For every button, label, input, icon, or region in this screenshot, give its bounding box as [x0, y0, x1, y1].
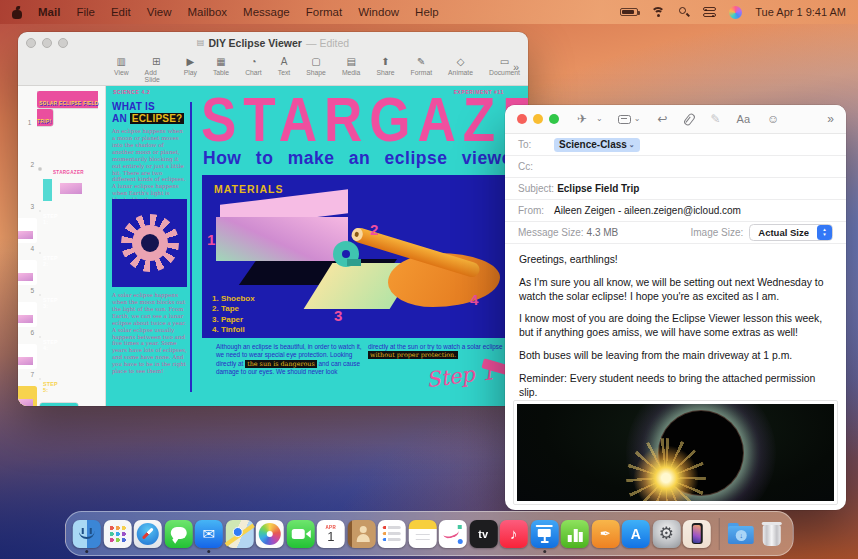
close-button[interactable] — [517, 114, 527, 124]
menu-view[interactable]: View — [147, 6, 172, 18]
menu-app-name[interactable]: Mail — [38, 6, 60, 18]
emoji-icon[interactable]: ☺ — [767, 113, 779, 125]
undo-icon[interactable]: ↩ — [657, 113, 667, 125]
dock-item-appletv[interactable]: tv — [469, 520, 497, 548]
slide-thumbnail-2-selected[interactable]: 2 STARGAZER — [18, 131, 105, 173]
menu-clock[interactable]: Tue Apr 1 9:41 AM — [755, 6, 846, 18]
recipient-token[interactable]: Science-Class⌄ — [554, 138, 640, 152]
menu-file[interactable]: File — [76, 6, 95, 18]
header-fields-icon[interactable] — [618, 115, 631, 124]
menu-message[interactable]: Message — [243, 6, 290, 18]
dock-item-settings[interactable]: ⚙ — [652, 520, 680, 548]
media-icon: ▤ — [346, 56, 355, 68]
dock-item-freeform[interactable] — [439, 520, 467, 548]
toolbar-format-button[interactable]: ✎Format — [403, 53, 441, 76]
slide-thumbnail-1[interactable]: 1 SOLAR ECLIPSE FIELD TRIP! — [18, 89, 105, 131]
slide-paragraph-1: An eclipse happens when a moon or planet… — [112, 128, 187, 204]
caution-text-right: directly at the sun or try to watch a so… — [368, 343, 523, 360]
toolbar-animate-button[interactable]: ◇Animate — [440, 53, 481, 76]
dock-item-maps[interactable] — [225, 520, 253, 548]
toolbar-media-button[interactable]: ▤Media — [334, 53, 369, 76]
apple-menu-icon[interactable] — [12, 6, 22, 19]
to-field[interactable]: To: Science-Class⌄ — [505, 134, 846, 156]
format-button[interactable]: Aa — [737, 114, 750, 125]
subject-field[interactable]: Subject: Eclipse Field Trip — [505, 178, 846, 200]
dock-item-facetime[interactable] — [286, 520, 314, 548]
menu-help[interactable]: Help — [415, 6, 439, 18]
shape-icon: ▢ — [311, 56, 320, 68]
toolbar-add-slide-button[interactable]: ⊞Add Slide — [137, 53, 176, 83]
body-paragraph: I know most of you are doing the Eclipse… — [519, 312, 832, 340]
dock-item-music[interactable]: ♪ — [500, 520, 528, 548]
toolbar-table-button[interactable]: ▦Table — [205, 53, 237, 76]
control-center-icon[interactable] — [703, 7, 716, 17]
cc-field[interactable]: Cc: — [505, 156, 846, 178]
image-size-select[interactable]: Actual Size ▲▼ — [749, 224, 833, 241]
send-icon[interactable]: ✈ — [577, 113, 587, 125]
markup-icon[interactable]: ✎ — [711, 113, 721, 125]
dock-item-finder[interactable] — [73, 520, 101, 548]
attach-icon[interactable] — [682, 112, 696, 127]
menu-edit[interactable]: Edit — [111, 6, 131, 18]
dock-item-pages[interactable]: ✒ — [591, 520, 619, 548]
slide-navigator: 1 SOLAR ECLIPSE FIELD TRIP! 2 STARGAZER … — [18, 86, 106, 406]
dock-item-numbers[interactable] — [561, 520, 589, 548]
size-row: Message Size: 4.3 MB Image Size: Actual … — [505, 222, 846, 244]
caution-text-left: Although an eclipse is beautiful, in ord… — [216, 343, 366, 376]
dock-item-photos[interactable] — [256, 520, 284, 548]
dock-item-mail[interactable]: ✉ — [195, 520, 223, 548]
menu-window[interactable]: Window — [358, 6, 399, 18]
dock-item-reminders[interactable] — [378, 520, 406, 548]
document-icon: ▭ — [500, 56, 509, 68]
toolbar-document-button[interactable]: ▭Document — [481, 53, 528, 76]
dock-item-calendar[interactable]: APR1 — [317, 520, 345, 548]
slide-divider — [190, 102, 192, 392]
toolbar-overflow-icon[interactable]: » — [827, 113, 834, 125]
menu-mailbox[interactable]: Mailbox — [187, 6, 227, 18]
toolbar-play-button[interactable]: ▶Play — [176, 53, 205, 76]
slide-canvas[interactable]: SCIENCE 4.2 EXPERIMENT #11 WHAT IS AN EC… — [106, 86, 528, 406]
dock-item-keynote[interactable] — [530, 520, 558, 548]
eclipse-photo-attachment[interactable] — [513, 400, 838, 505]
wifi-icon[interactable] — [651, 7, 665, 17]
dock: ✉ APR1 tv ♪ ✒ A ⚙ ↓ — [65, 511, 794, 556]
dock-item-safari[interactable] — [134, 520, 162, 548]
slide-thumbnail-3[interactable]: 3 STEP 1: — [18, 173, 105, 215]
toolbar-shape-button[interactable]: ▢Shape — [298, 53, 334, 76]
dock-item-contacts[interactable] — [347, 520, 375, 548]
dock-item-launchpad[interactable] — [103, 520, 131, 548]
battery-icon[interactable] — [620, 8, 638, 16]
keynote-window: ▤ DIY Eclipse Viewer — Edited ▥View ⊞Add… — [18, 32, 528, 406]
dock-item-appstore[interactable]: A — [622, 520, 650, 548]
search-icon[interactable] — [678, 6, 690, 18]
from-field[interactable]: From: Aileen Zeigen - aileen.zeigen@iclo… — [505, 200, 846, 222]
toolbar-chart-button[interactable]: ◔Chart — [237, 53, 270, 76]
pen-icon: ✒ — [600, 526, 611, 541]
toolbar-share-button[interactable]: ⬆Share — [368, 53, 402, 76]
edited-label: — Edited — [306, 37, 349, 49]
menu-format[interactable]: Format — [306, 6, 342, 18]
dock-item-trash[interactable] — [757, 520, 785, 548]
slide-paragraph-2: A solar eclipse happens when the moon bl… — [112, 292, 187, 375]
slide-heading: WHAT IS AN ECLIPSE? — [112, 101, 184, 124]
document-proxy-icon: ▤ — [197, 38, 205, 47]
window-title: ▤ DIY Eclipse Viewer — Edited — [18, 32, 528, 53]
dock-item-messages[interactable] — [164, 520, 192, 548]
running-indicator — [543, 550, 546, 553]
header-fields-chevron-icon[interactable]: ⌄ — [634, 115, 641, 123]
dock-item-downloads[interactable]: ↓ — [727, 520, 755, 548]
animate-icon: ◇ — [457, 56, 465, 68]
dock-item-iphone-mirroring[interactable] — [683, 520, 711, 548]
play-icon: ▶ — [186, 56, 194, 68]
dock-item-notes[interactable] — [408, 520, 436, 548]
shoebox-illustration — [216, 217, 348, 261]
send-options-chevron-icon[interactable]: ⌄ — [596, 115, 603, 123]
view-icon: ▥ — [117, 56, 126, 68]
slide-course-label: SCIENCE 4.2 — [113, 89, 150, 95]
zoom-button[interactable] — [549, 114, 559, 124]
toolbar-overflow-icon[interactable]: » — [513, 61, 519, 73]
siri-icon[interactable] — [729, 6, 742, 19]
toolbar-view-button[interactable]: ▥View — [106, 53, 137, 76]
minimize-button[interactable] — [533, 114, 543, 124]
toolbar-text-button[interactable]: AText — [270, 53, 298, 76]
